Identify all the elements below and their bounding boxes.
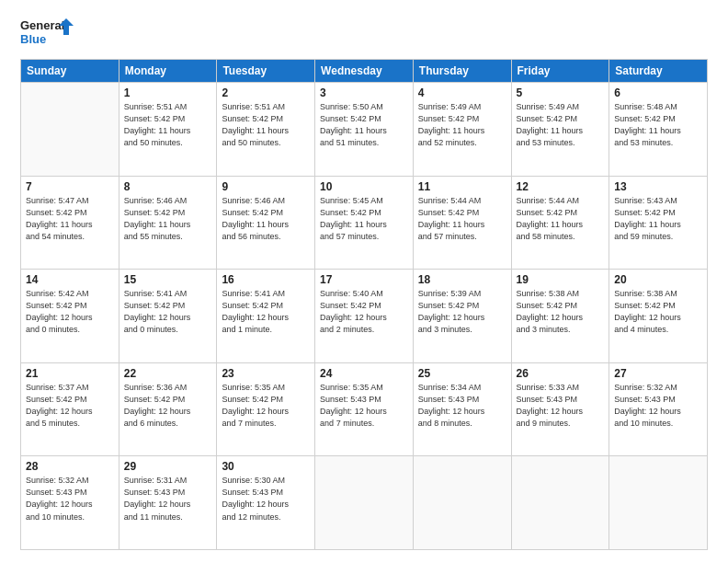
calendar-cell: 11Sunrise: 5:44 AM Sunset: 5:42 PM Dayli… [413,176,511,270]
day-number: 28 [26,460,114,473]
calendar-cell: 18Sunrise: 5:39 AM Sunset: 5:42 PM Dayli… [413,270,511,363]
day-number: 3 [320,86,408,99]
day-info: Sunrise: 5:36 AM Sunset: 5:42 PM Dayligh… [124,382,212,430]
day-number: 22 [124,367,212,380]
day-info: Sunrise: 5:44 AM Sunset: 5:42 PM Dayligh… [418,195,506,243]
day-info: Sunrise: 5:42 AM Sunset: 5:42 PM Dayligh… [26,288,114,336]
calendar-cell: 5Sunrise: 5:49 AM Sunset: 5:42 PM Daylig… [511,83,609,177]
day-number: 24 [320,367,408,380]
day-number: 7 [26,180,114,193]
day-info: Sunrise: 5:46 AM Sunset: 5:42 PM Dayligh… [124,195,212,243]
day-info: Sunrise: 5:41 AM Sunset: 5:42 PM Dayligh… [124,288,212,336]
day-number: 2 [222,86,310,99]
day-number: 6 [614,86,702,99]
day-info: Sunrise: 5:43 AM Sunset: 5:42 PM Dayligh… [614,195,702,243]
calendar-cell: 30Sunrise: 5:30 AM Sunset: 5:43 PM Dayli… [217,456,315,550]
calendar-cell: 4Sunrise: 5:49 AM Sunset: 5:42 PM Daylig… [413,83,511,177]
calendar-cell: 26Sunrise: 5:33 AM Sunset: 5:43 PM Dayli… [511,362,609,456]
calendar-cell: 20Sunrise: 5:38 AM Sunset: 5:42 PM Dayli… [609,270,708,363]
day-number: 27 [614,367,702,380]
calendar-cell: 19Sunrise: 5:38 AM Sunset: 5:42 PM Dayli… [511,270,609,363]
calendar-cell [21,83,119,177]
svg-text:Blue: Blue [20,32,46,46]
calendar-cell: 27Sunrise: 5:32 AM Sunset: 5:43 PM Dayli… [609,362,708,456]
header-wednesday: Wednesday [315,60,414,83]
calendar-cell: 24Sunrise: 5:35 AM Sunset: 5:43 PM Dayli… [315,362,414,456]
calendar-cell: 14Sunrise: 5:42 AM Sunset: 5:42 PM Dayli… [21,270,119,363]
calendar-table: SundayMondayTuesdayWednesdayThursdayFrid… [20,59,708,550]
calendar-cell [315,456,414,550]
day-info: Sunrise: 5:40 AM Sunset: 5:42 PM Dayligh… [320,288,408,336]
day-info: Sunrise: 5:50 AM Sunset: 5:42 PM Dayligh… [320,101,408,149]
calendar-cell [511,456,609,550]
day-info: Sunrise: 5:35 AM Sunset: 5:42 PM Dayligh… [222,382,310,430]
day-number: 17 [320,273,408,286]
header-tuesday: Tuesday [217,60,315,83]
calendar-cell: 3Sunrise: 5:50 AM Sunset: 5:42 PM Daylig… [315,83,414,177]
day-number: 14 [26,273,114,286]
day-info: Sunrise: 5:31 AM Sunset: 5:43 PM Dayligh… [124,475,212,523]
day-number: 12 [517,180,605,193]
day-info: Sunrise: 5:35 AM Sunset: 5:43 PM Dayligh… [320,382,408,430]
day-info: Sunrise: 5:46 AM Sunset: 5:42 PM Dayligh… [222,195,310,243]
day-number: 29 [124,460,212,473]
calendar-cell: 7Sunrise: 5:47 AM Sunset: 5:42 PM Daylig… [21,176,119,270]
day-number: 15 [124,273,212,286]
calendar-cell: 28Sunrise: 5:32 AM Sunset: 5:43 PM Dayli… [21,456,119,550]
day-info: Sunrise: 5:33 AM Sunset: 5:43 PM Dayligh… [517,382,605,430]
calendar-cell: 25Sunrise: 5:34 AM Sunset: 5:43 PM Dayli… [413,362,511,456]
day-info: Sunrise: 5:49 AM Sunset: 5:42 PM Dayligh… [517,101,605,149]
day-number: 10 [320,180,408,193]
day-number: 30 [222,460,310,473]
week-row-0: 1Sunrise: 5:51 AM Sunset: 5:42 PM Daylig… [21,83,708,177]
day-number: 19 [517,273,605,286]
calendar-cell: 8Sunrise: 5:46 AM Sunset: 5:42 PM Daylig… [119,176,217,270]
day-number: 4 [418,86,506,99]
calendar-cell: 1Sunrise: 5:51 AM Sunset: 5:42 PM Daylig… [119,83,217,177]
calendar-cell: 21Sunrise: 5:37 AM Sunset: 5:42 PM Dayli… [21,362,119,456]
day-info: Sunrise: 5:30 AM Sunset: 5:43 PM Dayligh… [222,475,310,523]
day-number: 13 [614,180,702,193]
svg-text:General: General [20,18,64,32]
day-info: Sunrise: 5:38 AM Sunset: 5:42 PM Dayligh… [517,288,605,336]
week-row-2: 14Sunrise: 5:42 AM Sunset: 5:42 PM Dayli… [21,270,708,363]
week-row-3: 21Sunrise: 5:37 AM Sunset: 5:42 PM Dayli… [21,362,708,456]
calendar-cell: 16Sunrise: 5:41 AM Sunset: 5:42 PM Dayli… [217,270,315,363]
day-info: Sunrise: 5:32 AM Sunset: 5:43 PM Dayligh… [26,475,114,523]
header-friday: Friday [511,60,609,83]
day-number: 25 [418,367,506,380]
day-number: 5 [517,86,605,99]
logo-svg: General Blue [20,17,75,50]
logo: General Blue [20,17,75,50]
calendar-cell: 6Sunrise: 5:48 AM Sunset: 5:42 PM Daylig… [609,83,708,177]
calendar-cell: 12Sunrise: 5:44 AM Sunset: 5:42 PM Dayli… [511,176,609,270]
calendar-cell: 2Sunrise: 5:51 AM Sunset: 5:42 PM Daylig… [217,83,315,177]
calendar-cell: 13Sunrise: 5:43 AM Sunset: 5:42 PM Dayli… [609,176,708,270]
day-info: Sunrise: 5:48 AM Sunset: 5:42 PM Dayligh… [614,101,702,149]
day-info: Sunrise: 5:37 AM Sunset: 5:42 PM Dayligh… [26,382,114,430]
day-info: Sunrise: 5:47 AM Sunset: 5:42 PM Dayligh… [26,195,114,243]
day-info: Sunrise: 5:32 AM Sunset: 5:43 PM Dayligh… [614,382,702,430]
calendar-cell [609,456,708,550]
calendar-cell: 22Sunrise: 5:36 AM Sunset: 5:42 PM Dayli… [119,362,217,456]
day-info: Sunrise: 5:34 AM Sunset: 5:43 PM Dayligh… [418,382,506,430]
day-number: 16 [222,273,310,286]
day-number: 1 [124,86,212,99]
calendar-cell [413,456,511,550]
day-number: 21 [26,367,114,380]
day-number: 18 [418,273,506,286]
day-number: 8 [124,180,212,193]
day-number: 20 [614,273,702,286]
day-info: Sunrise: 5:51 AM Sunset: 5:42 PM Dayligh… [222,101,310,149]
header: General Blue [20,17,708,50]
day-info: Sunrise: 5:51 AM Sunset: 5:42 PM Dayligh… [124,101,212,149]
day-number: 11 [418,180,506,193]
page: General Blue SundayMondayTuesdayWednesda… [0,0,728,563]
day-info: Sunrise: 5:38 AM Sunset: 5:42 PM Dayligh… [614,288,702,336]
calendar-cell: 10Sunrise: 5:45 AM Sunset: 5:42 PM Dayli… [315,176,414,270]
calendar-cell: 15Sunrise: 5:41 AM Sunset: 5:42 PM Dayli… [119,270,217,363]
header-saturday: Saturday [609,60,708,83]
day-info: Sunrise: 5:39 AM Sunset: 5:42 PM Dayligh… [418,288,506,336]
calendar-cell: 9Sunrise: 5:46 AM Sunset: 5:42 PM Daylig… [217,176,315,270]
calendar-cell: 17Sunrise: 5:40 AM Sunset: 5:42 PM Dayli… [315,270,414,363]
